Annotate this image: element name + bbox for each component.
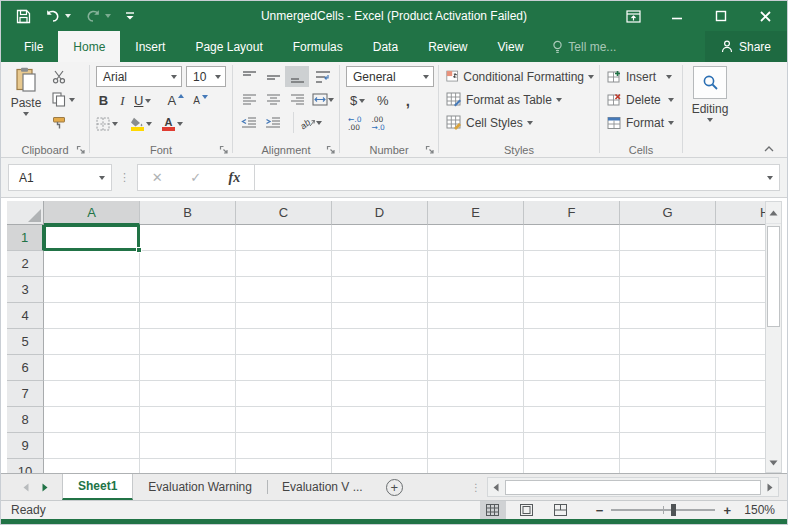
grid-cell[interactable] <box>140 381 236 407</box>
column-header-d[interactable]: D <box>332 201 428 225</box>
grid-cell[interactable] <box>44 459 140 473</box>
sheet-tab-evaluation-warning[interactable]: Evaluation Warning <box>133 474 267 500</box>
column-header-a[interactable]: A <box>44 201 140 225</box>
underline-dropdown-icon[interactable] <box>145 99 151 103</box>
grid-cell[interactable] <box>44 277 140 303</box>
wrap-text-button[interactable] <box>309 66 337 87</box>
grid-cell[interactable] <box>332 277 428 303</box>
select-all-corner[interactable] <box>7 201 44 225</box>
redo-button[interactable] <box>78 1 118 31</box>
grid-cell[interactable] <box>620 251 716 277</box>
grid-cell[interactable] <box>716 459 765 473</box>
grid-cell[interactable] <box>44 407 140 433</box>
scroll-right-icon[interactable] <box>762 478 778 496</box>
percent-style-button[interactable]: % <box>373 90 392 111</box>
tab-formulas[interactable]: Formulas <box>278 31 358 62</box>
page-layout-view-button[interactable] <box>514 501 540 520</box>
font-size-dropdown-icon[interactable] <box>215 75 221 79</box>
grid-cell[interactable] <box>140 355 236 381</box>
grid-cell[interactable] <box>44 329 140 355</box>
fill-color-dropdown-icon[interactable] <box>146 122 152 126</box>
paste-button[interactable]: Paste <box>5 65 47 134</box>
tab-review[interactable]: Review <box>413 31 482 62</box>
grid-cell[interactable] <box>428 329 524 355</box>
grid-cell[interactable] <box>140 329 236 355</box>
font-color-button[interactable]: A <box>160 113 185 134</box>
name-box-dropdown-icon[interactable] <box>99 176 105 180</box>
font-dialog-launcher-icon[interactable] <box>219 145 229 155</box>
comma-style-button[interactable]: , <box>398 90 417 111</box>
page-break-preview-button[interactable] <box>548 501 574 520</box>
grid-cell[interactable] <box>524 329 620 355</box>
font-color-dropdown-icon[interactable] <box>177 122 183 126</box>
column-header-b[interactable]: B <box>140 201 236 225</box>
ribbon-display-options-icon[interactable] <box>611 1 655 31</box>
sheet-prev-icon[interactable] <box>23 483 29 492</box>
grid-cell[interactable] <box>428 433 524 459</box>
bold-button[interactable]: B <box>94 90 113 111</box>
grid-cell[interactable] <box>620 303 716 329</box>
scroll-up-icon[interactable] <box>766 202 781 224</box>
horizontal-scroll-thumb[interactable] <box>505 480 761 495</box>
row-header-2[interactable]: 2 <box>7 251 44 277</box>
scroll-down-icon[interactable] <box>766 453 781 472</box>
grid-cell[interactable] <box>140 251 236 277</box>
grid-cell[interactable] <box>44 381 140 407</box>
decrease-font-size-button[interactable]: A <box>191 90 210 111</box>
grid-cell[interactable] <box>332 329 428 355</box>
conditional-formatting-dropdown-icon[interactable] <box>588 75 594 79</box>
grid-cell[interactable] <box>44 355 140 381</box>
middle-align-button[interactable] <box>261 66 285 87</box>
grid-cell[interactable] <box>332 407 428 433</box>
grid-cell[interactable] <box>716 407 765 433</box>
grid-cell[interactable] <box>524 433 620 459</box>
fill-color-button[interactable] <box>128 113 154 134</box>
grid-cell[interactable] <box>236 251 332 277</box>
tab-insert[interactable]: Insert <box>120 31 180 62</box>
editing-button[interactable] <box>693 66 727 99</box>
collapse-ribbon-icon[interactable] <box>763 145 775 153</box>
top-align-button[interactable] <box>237 66 261 87</box>
decrease-decimal-button[interactable]: .00→.0 <box>371 116 384 132</box>
grid-cell[interactable] <box>140 225 236 251</box>
font-size-combo[interactable]: 10 <box>186 66 226 87</box>
decrease-indent-button[interactable] <box>237 112 261 133</box>
save-icon[interactable] <box>9 1 38 31</box>
grid-cell[interactable] <box>140 277 236 303</box>
row-header-6[interactable]: 6 <box>7 355 44 381</box>
grid-cell[interactable] <box>620 459 716 473</box>
customize-qat-icon[interactable] <box>118 1 142 31</box>
undo-dropdown-icon[interactable] <box>65 14 71 18</box>
clipboard-dialog-launcher-icon[interactable] <box>76 145 86 155</box>
grid-cell[interactable] <box>236 277 332 303</box>
grid-cell[interactable] <box>716 433 765 459</box>
grid-cell[interactable] <box>716 277 765 303</box>
row-header-4[interactable]: 4 <box>7 303 44 329</box>
grid-cell[interactable] <box>428 381 524 407</box>
row-header-5[interactable]: 5 <box>7 329 44 355</box>
accounting-format-button[interactable]: $ <box>348 90 367 111</box>
cancel-icon[interactable]: ✕ <box>152 170 163 185</box>
row-header-8[interactable]: 8 <box>7 407 44 433</box>
grid-cell[interactable] <box>716 381 765 407</box>
grid-cell[interactable] <box>524 225 620 251</box>
zoom-level[interactable]: 150% <box>739 503 787 517</box>
grid-cell[interactable] <box>236 303 332 329</box>
zoom-slider-handle[interactable] <box>671 504 676 516</box>
grid-cell[interactable] <box>620 329 716 355</box>
grid-cell[interactable] <box>428 277 524 303</box>
normal-view-button[interactable] <box>480 501 506 520</box>
grid-cell[interactable] <box>332 433 428 459</box>
column-header-h[interactable]: H <box>716 201 765 225</box>
grid-cell[interactable] <box>332 355 428 381</box>
grid-cell[interactable] <box>524 251 620 277</box>
grid-cell[interactable] <box>332 225 428 251</box>
formula-bar-expand-icon[interactable] <box>767 176 773 180</box>
insert-function-icon[interactable]: fx <box>229 170 241 186</box>
grid-cell[interactable] <box>716 303 765 329</box>
row-header-7[interactable]: 7 <box>7 381 44 407</box>
vertical-scrollbar[interactable] <box>765 201 782 473</box>
grid-cell[interactable] <box>44 433 140 459</box>
grid-cell[interactable] <box>44 303 140 329</box>
grid-cell[interactable] <box>236 381 332 407</box>
